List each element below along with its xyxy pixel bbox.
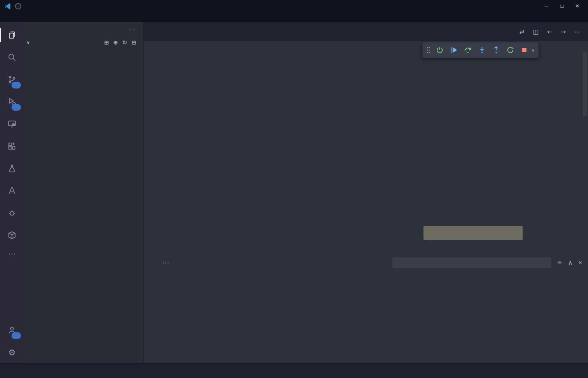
window-controls: ─ □ ✕ bbox=[540, 2, 584, 10]
power-button[interactable] bbox=[434, 44, 445, 56]
console-filter-box bbox=[392, 257, 551, 268]
bug-extension-icon[interactable] bbox=[0, 202, 24, 224]
step-over-button[interactable] bbox=[462, 44, 473, 56]
search-icon[interactable] bbox=[0, 46, 24, 68]
account-icon[interactable] bbox=[0, 319, 24, 341]
workspace-section-header[interactable]: ∨ ⊞ ⊕ ↻ ⊟ bbox=[24, 37, 143, 48]
title-bar: ─ □ ✕ bbox=[0, 0, 588, 12]
maximize-button[interactable]: □ bbox=[556, 2, 568, 10]
tab-bar: ⇄ ◫ ← → ⋯ bbox=[144, 22, 588, 41]
new-folder-icon[interactable]: ⊕ bbox=[113, 39, 118, 46]
menu-bar bbox=[0, 12, 588, 22]
account-badge bbox=[12, 332, 21, 339]
step-out-button[interactable] bbox=[491, 44, 502, 56]
split-editor-icon[interactable]: ◫ bbox=[533, 28, 538, 35]
explorer-sidebar: ⋯ ∨ ⊞ ⊕ ↻ ⊟ bbox=[24, 22, 144, 363]
editor-scrollbar[interactable] bbox=[583, 52, 587, 116]
collapse-all-icon[interactable]: ⊟ bbox=[132, 39, 136, 46]
step-into-button[interactable] bbox=[476, 44, 488, 56]
clear-console-icon[interactable]: ≡ bbox=[557, 259, 562, 266]
explorer-icon[interactable] bbox=[0, 24, 24, 46]
continue-button[interactable] bbox=[448, 44, 459, 56]
activity-bar: ⋯ ⚙ bbox=[0, 22, 24, 363]
forward-arrow-icon[interactable]: → bbox=[561, 28, 566, 35]
restart-button[interactable] bbox=[505, 44, 516, 56]
record-dot-icon bbox=[15, 3, 21, 9]
chevron-down-icon: ∨ bbox=[26, 40, 32, 45]
debug-console-output bbox=[144, 270, 588, 363]
minimize-button[interactable]: ─ bbox=[540, 2, 553, 10]
sidebar-header: ⋯ bbox=[24, 22, 143, 37]
toolbar-drag-handle[interactable] bbox=[426, 46, 431, 54]
add-configuration-button[interactable] bbox=[423, 226, 523, 240]
close-button[interactable]: ✕ bbox=[571, 2, 584, 10]
debug-toolbar: ∨ bbox=[422, 42, 539, 58]
more-activity-icon[interactable]: ⋯ bbox=[0, 246, 24, 262]
open-changes-icon[interactable]: ⇄ bbox=[520, 28, 525, 35]
maximize-panel-icon[interactable]: ∧ bbox=[568, 259, 573, 266]
toolbar-chevron-icon[interactable]: ∨ bbox=[532, 48, 535, 53]
vscode-window: ─ □ ✕ bbox=[0, 0, 588, 378]
panel-header: ⋯ ≡ ∧ × bbox=[144, 255, 588, 270]
panel-more-icon[interactable]: ⋯ bbox=[162, 259, 169, 267]
back-arrow-icon[interactable]: ← bbox=[547, 28, 553, 35]
test-adapter-icon[interactable] bbox=[0, 180, 24, 202]
editor-group: ⇄ ◫ ← → ⋯ bbox=[144, 22, 588, 363]
debug-badge bbox=[12, 104, 21, 111]
scm-badge bbox=[12, 82, 21, 89]
tab-actions: ⇄ ◫ ← → ⋯ bbox=[512, 22, 588, 41]
stop-button[interactable] bbox=[519, 44, 530, 56]
status-bar bbox=[0, 363, 588, 378]
testing-beaker-icon[interactable] bbox=[0, 157, 24, 180]
package-icon[interactable] bbox=[0, 224, 24, 246]
source-control-icon[interactable] bbox=[0, 68, 24, 91]
workbench: ⋯ ⚙ ⋯ ∨ ⊞ ⊕ ↻ ⊟ bbox=[0, 22, 588, 363]
close-panel-icon[interactable]: × bbox=[579, 259, 582, 266]
vscode-logo-icon bbox=[4, 3, 11, 9]
code-editor[interactable] bbox=[144, 52, 588, 255]
settings-gear-icon[interactable]: ⚙ bbox=[0, 341, 24, 363]
refresh-icon[interactable]: ↻ bbox=[122, 39, 127, 46]
extensions-icon[interactable] bbox=[0, 135, 24, 157]
run-debug-icon[interactable] bbox=[0, 91, 24, 113]
explorer-actions: ⊞ ⊕ ↻ ⊟ bbox=[104, 39, 141, 46]
new-file-icon[interactable]: ⊞ bbox=[104, 39, 109, 46]
more-actions-icon[interactable]: ⋯ bbox=[574, 28, 580, 35]
bottom-panel: ⋯ ≡ ∧ × bbox=[144, 255, 588, 363]
console-filter-input[interactable] bbox=[396, 259, 548, 266]
sidebar-more-icon[interactable]: ⋯ bbox=[129, 26, 135, 34]
remote-monitor-icon[interactable] bbox=[0, 113, 24, 135]
